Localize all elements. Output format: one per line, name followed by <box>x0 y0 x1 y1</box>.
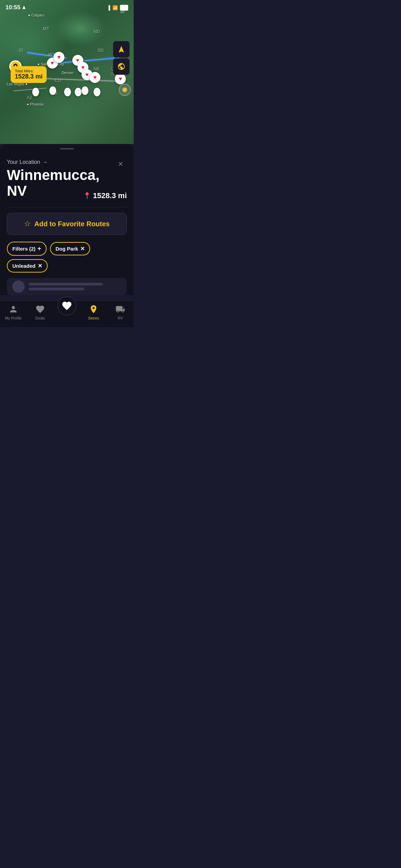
nav-item-stores[interactable]: Stores <box>83 304 104 320</box>
state-label-ne: NE <box>94 66 100 71</box>
filter-chip-label-filters: Filters (2) <box>12 246 36 252</box>
bottom-navigation: My Profile Deals Stores RV <box>0 301 134 327</box>
heart-icon-6: ♥ <box>94 74 97 81</box>
heart-gray-6: ♡ <box>95 89 99 95</box>
status-bar: 10:55 ▐ 📶 97 <box>0 0 134 15</box>
nav-label-my-profile: My Profile <box>5 316 22 320</box>
nav-item-favorites[interactable] <box>57 304 77 317</box>
route-line-gray-2 <box>13 88 47 91</box>
filter-remove-unleaded-icon: ✕ <box>38 263 42 269</box>
filters-row: Filters (2) + Dog Park ✕ Unleaded ✕ <box>7 240 127 278</box>
filter-chip-filters[interactable]: Filters (2) + <box>7 242 47 256</box>
nav-label-stores: Stores <box>88 316 99 320</box>
state-label-id: ID <box>19 48 23 53</box>
miles-tooltip: Total Miles: 1528.3 mi <box>11 66 47 83</box>
partial-line-1 <box>29 283 103 286</box>
nav-icon-stores <box>88 304 99 315</box>
heart-icon-5: ♥ <box>85 72 89 78</box>
globe-button[interactable] <box>113 58 130 75</box>
add-to-favorite-button[interactable]: ☆ Add to Favorite Routes <box>7 213 127 235</box>
map-background: ● Calgary ● Salt Lake City Denver Las Ve… <box>0 0 134 144</box>
nav-item-my-profile[interactable]: My Profile <box>3 304 24 320</box>
location-header-row: Your Location → <box>7 159 127 165</box>
state-label-sd: SD <box>98 48 104 53</box>
heart-icon-3: ♥ <box>76 57 80 63</box>
heart-gray-3: ♡ <box>65 89 70 95</box>
location-section: Your Location → Winnemucca, NV 📍 1528.3 … <box>7 155 127 207</box>
nav-item-deals[interactable]: Deals <box>30 304 50 320</box>
nav-label-deals: Deals <box>35 316 45 320</box>
destination-marker[interactable] <box>119 84 131 96</box>
your-location-label: Your Location <box>7 159 40 165</box>
marker-gray-1[interactable]: ♡ <box>32 88 39 96</box>
state-label-nd: ND <box>94 29 100 34</box>
filter-chip-dogpark[interactable]: Dog Park ✕ <box>50 242 90 255</box>
map-label-denver: Denver <box>61 71 73 75</box>
partial-card-lines <box>29 283 121 290</box>
signal-icon: ▐ <box>107 5 110 10</box>
marker-gray-5[interactable]: ♡ <box>82 86 88 95</box>
favorites-center-button[interactable] <box>57 296 76 315</box>
nav-icon-deals <box>35 304 46 315</box>
marker-heart-6[interactable]: ♥ <box>89 72 100 83</box>
battery-indicator: 97 <box>120 5 128 11</box>
filter-add-icon: + <box>38 245 41 252</box>
marker-heart-2[interactable]: ♥ <box>53 52 64 63</box>
heart-icon-1: ♥ <box>51 60 54 66</box>
filter-remove-dogpark-icon: ✕ <box>80 245 85 252</box>
marker-gray-6[interactable]: ♡ <box>94 88 100 96</box>
navigation-button[interactable] <box>113 41 130 58</box>
filter-chip-label-unleaded: Unleaded <box>12 263 36 269</box>
partial-card-avatar <box>12 280 25 293</box>
marker-gray-3[interactable]: ♡ <box>64 88 71 96</box>
city-line-1: Winnemucca, <box>7 167 99 183</box>
map-label-phoenix: ● Phoenix <box>27 102 44 106</box>
state-label-mt: MT <box>43 26 49 31</box>
miles-tooltip-label: Total Miles: <box>15 69 42 73</box>
distance-pin-icon: 📍 <box>83 192 91 200</box>
heart-icon-7: ♥ <box>119 76 122 82</box>
status-icons: ▐ 📶 97 <box>107 5 128 11</box>
marker-gray-2[interactable]: ♡ <box>49 86 56 95</box>
marker-gray-4[interactable]: ♡ <box>75 88 82 96</box>
filter-chip-label-dogpark: Dog Park <box>56 246 78 252</box>
location-arrow-icon <box>22 5 26 10</box>
bottom-sheet: Your Location → Winnemucca, NV 📍 1528.3 … <box>0 144 134 295</box>
city-line-2: NV <box>7 183 27 199</box>
heart-icon-2: ♥ <box>57 54 61 60</box>
status-time: 10:55 <box>5 4 26 11</box>
location-arrow-icon: → <box>42 159 48 165</box>
nav-label-rv: RV <box>118 316 123 320</box>
filter-chip-unleaded[interactable]: Unleaded ✕ <box>7 259 48 273</box>
map-controls <box>113 41 130 75</box>
distance-row: 📍 1528.3 mi <box>83 191 127 200</box>
sheet-handle[interactable] <box>60 148 74 149</box>
favorite-button-label: Add to Favorite Routes <box>34 220 110 228</box>
miles-tooltip-value: 1528.3 mi <box>15 73 42 80</box>
nav-icon-my-profile <box>8 304 19 315</box>
heart-gray-1: ♡ <box>33 89 38 95</box>
heart-gray-2: ♡ <box>50 87 55 94</box>
distance-value: 1528.3 mi <box>93 191 127 200</box>
heart-gray-5: ♡ <box>83 87 87 94</box>
map-view[interactable]: ● Calgary ● Salt Lake City Denver Las Ve… <box>0 0 134 144</box>
nav-icon-rv <box>115 304 126 315</box>
heart-gray-4: ♡ <box>76 89 81 95</box>
nav-item-rv[interactable]: RV <box>110 304 131 320</box>
partial-result-card <box>7 278 127 295</box>
partial-line-2 <box>29 288 84 290</box>
wifi-icon: 📶 <box>112 5 118 10</box>
marker-heart-7[interactable]: ♥ <box>115 73 126 84</box>
close-button[interactable] <box>114 158 127 170</box>
state-label-az: AZ <box>27 95 33 100</box>
star-icon: ☆ <box>24 219 31 228</box>
